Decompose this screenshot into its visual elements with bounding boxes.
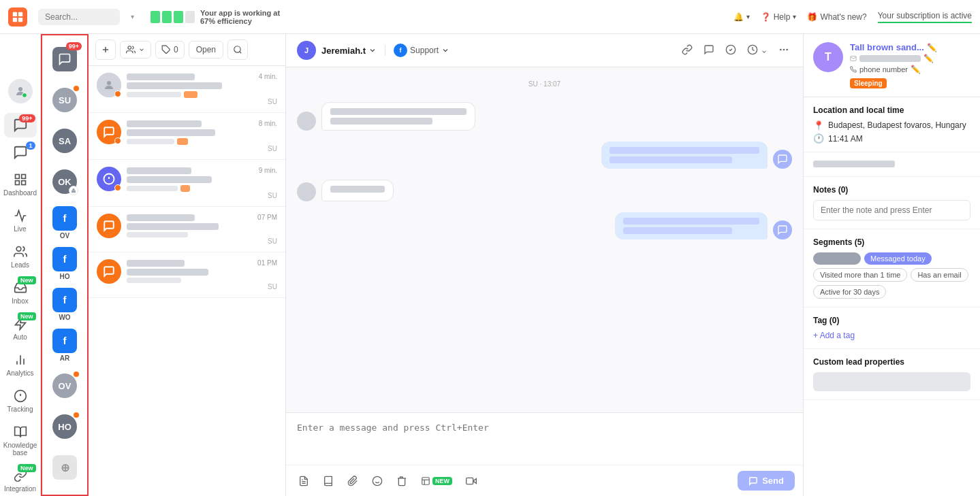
- inbox-icon: f: [394, 44, 407, 57]
- nav-item-auto[interactable]: Auto New: [4, 312, 37, 345]
- msg-bubble-2: [601, 142, 768, 169]
- whats-new-button[interactable]: 🎁 What's new?: [807, 12, 866, 22]
- svg-rect-41: [467, 478, 473, 484]
- svg-point-30: [783, 49, 784, 50]
- nav-item-inbox-icon[interactable]: 99+: [4, 113, 37, 137]
- video-button[interactable]: [462, 472, 481, 491]
- notes-title: Notes (0): [813, 185, 970, 195]
- channel-ok1[interactable]: OK: [46, 163, 83, 200]
- edit-phone-icon[interactable]: ✏️: [911, 65, 921, 74]
- channel-sa1[interactable]: SA: [46, 122, 83, 159]
- main-layout: 99+ 1 Dashboard Live Leads: [0, 34, 980, 496]
- contact-status-badge: Sleeping: [850, 74, 970, 88]
- svg-rect-2: [13, 17, 17, 21]
- conv4-time: 07 PM: [257, 214, 277, 221]
- tags-section: Tag (0) + Add a tag: [804, 308, 980, 349]
- edit-email-icon[interactable]: ✏️: [923, 54, 934, 63]
- topbar-chevron-icon[interactable]: ▾: [131, 13, 134, 20]
- channel-main[interactable]: 99+: [46, 41, 83, 78]
- chat2-badge: 1: [26, 142, 35, 150]
- ov2-dot: [74, 371, 79, 377]
- channel-wo1[interactable]: f WO: [46, 286, 83, 323]
- location-icon: 📍: [813, 120, 824, 131]
- channel-ov2[interactable]: OV: [46, 367, 83, 404]
- channel-su1[interactable]: SU: [46, 82, 83, 118]
- msg-bubble-3: [321, 180, 394, 201]
- conv-item-1[interactable]: 4 min. SU: [89, 66, 285, 113]
- svg-point-34: [373, 476, 381, 485]
- resolve-button[interactable]: [723, 42, 739, 60]
- notes-input[interactable]: [813, 200, 970, 220]
- tag-filter-button[interactable]: 0: [155, 41, 185, 59]
- search-button[interactable]: [227, 39, 248, 60]
- chat-header-name[interactable]: Jeremiah.t: [321, 46, 377, 56]
- svg-point-21: [128, 46, 131, 50]
- fb-icon-wo1: f: [52, 288, 77, 312]
- channel-star[interactable]: ⊕: [46, 449, 83, 486]
- note-button[interactable]: [701, 42, 717, 60]
- nav-item-inbox2[interactable]: Inbox New: [4, 276, 37, 309]
- conv-item-4[interactable]: 07 PM SU: [89, 207, 285, 252]
- conv-item-3[interactable]: 9 min. SU: [89, 160, 285, 207]
- chat-messages: SU · 13:07: [286, 67, 803, 412]
- delete-button[interactable]: [392, 472, 411, 491]
- edit-name-icon[interactable]: ✏️: [927, 43, 937, 52]
- more-button[interactable]: [776, 42, 792, 60]
- notifications-button[interactable]: 🔔 ▾: [733, 12, 750, 22]
- msg-avatar-2: [773, 150, 792, 169]
- dashboard-icon: [12, 171, 29, 188]
- conv-body-4: 07 PM SU: [127, 214, 277, 245]
- attach-button[interactable]: [343, 472, 362, 491]
- help-button[interactable]: ❓ Help ▾: [761, 12, 797, 22]
- topbar-search[interactable]: [38, 9, 120, 25]
- chat-input[interactable]: [286, 413, 803, 463]
- fb-icon-ar1: f: [52, 329, 77, 353]
- nav-item-dashboard[interactable]: Dashboard: [4, 167, 37, 201]
- emoji-button[interactable]: [368, 472, 387, 491]
- assign-filter-button[interactable]: [120, 41, 151, 59]
- template-button[interactable]: [294, 472, 313, 491]
- notes-section: Notes (0): [804, 177, 980, 229]
- nav-item-leads[interactable]: Leads: [4, 239, 37, 273]
- conv-item-5[interactable]: 01 PM SU: [89, 252, 285, 298]
- msg-avatar-4: [773, 220, 792, 239]
- channel-ho1[interactable]: f HO: [46, 245, 83, 282]
- link-button[interactable]: [679, 42, 695, 60]
- efficiency-bars: [151, 11, 195, 23]
- nav-item-analytics[interactable]: Analytics: [4, 348, 37, 381]
- nav-item-knowledge[interactable]: Knowledge base: [4, 420, 37, 461]
- segments-section: Segments (5) Messaged today Visited more…: [804, 229, 980, 308]
- nav-item-tracking[interactable]: Tracking: [4, 384, 37, 417]
- contact-email-row: ✏️: [850, 54, 970, 63]
- inbox-badge: 99+: [19, 114, 35, 122]
- open-filter-button[interactable]: Open: [189, 41, 223, 59]
- channel-ov1[interactable]: f OV: [46, 204, 83, 241]
- nav-item-live[interactable]: Live: [4, 203, 37, 237]
- svg-rect-7: [15, 181, 19, 185]
- nav-item-integration[interactable]: Integration New: [4, 463, 37, 496]
- nav-item-chat2[interactable]: 1: [4, 140, 37, 165]
- chat-header-inbox[interactable]: f Support: [394, 44, 449, 57]
- conv-avatar-2: [97, 120, 121, 144]
- new-conversation-button[interactable]: [95, 39, 116, 60]
- new-feature-button[interactable]: NEW: [417, 472, 456, 491]
- channel-ho2[interactable]: HO: [46, 408, 83, 445]
- conv-header-4: 07 PM: [127, 214, 277, 221]
- live-label: Live: [14, 225, 26, 233]
- clock-button[interactable]: [744, 42, 770, 60]
- live-icon: [12, 208, 29, 224]
- analytics-label: Analytics: [7, 369, 34, 377]
- location-title: Location and local time: [813, 105, 970, 115]
- send-button[interactable]: Send: [738, 471, 795, 491]
- conv-item-2[interactable]: 8 min. SU: [89, 113, 285, 160]
- article-button[interactable]: [319, 472, 338, 491]
- conv-body-2: 8 min. SU: [127, 120, 277, 152]
- channel-ar1[interactable]: f AR: [46, 327, 83, 363]
- tracking-icon: [12, 388, 29, 404]
- conv2-highlight: [177, 138, 188, 145]
- svg-marker-40: [473, 478, 477, 483]
- contact-email-blurred: [859, 55, 921, 62]
- add-tag-button[interactable]: + Add a tag: [813, 331, 970, 340]
- conv2-tag: SU: [127, 145, 277, 152]
- nav-avatar[interactable]: [4, 75, 37, 108]
